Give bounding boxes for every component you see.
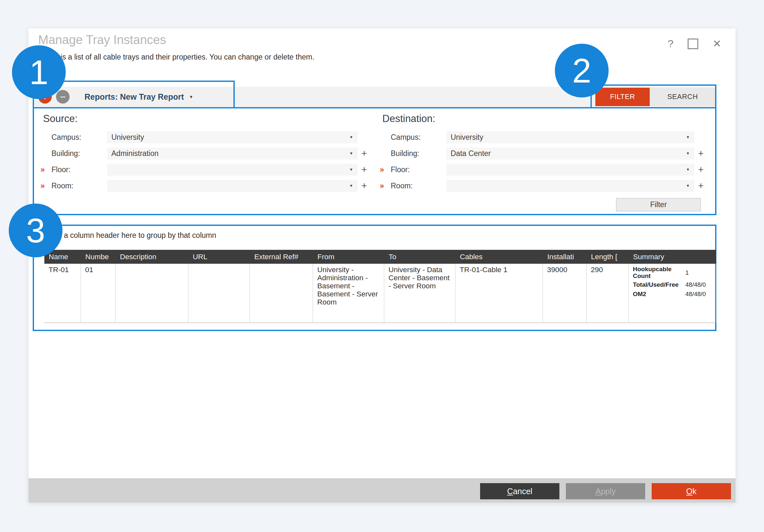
cell-summary[interactable]: Hookupcable Count 1 Total/Used/Free 48/4…	[629, 264, 716, 323]
source-section: Source: Campus: University ▼ Building: A…	[40, 110, 371, 194]
dialog-subtitle: Below is a list of all cable trays and t…	[38, 53, 314, 62]
summary-label: Total/Used/Free	[633, 281, 685, 288]
cell-description[interactable]	[115, 264, 188, 323]
source-room-select[interactable]: ▼	[107, 180, 358, 192]
chevron-down-icon[interactable]: ▼	[189, 94, 193, 99]
cell-number[interactable]: 01	[81, 264, 115, 323]
add-floor-icon[interactable]: +	[358, 164, 371, 175]
report-tab[interactable]: + − Reports: New Tray Report ▼	[34, 87, 232, 107]
source-campus-label: Campus:	[52, 133, 107, 142]
column-header-to[interactable]: To	[384, 250, 456, 264]
add-building-icon[interactable]: +	[358, 148, 371, 159]
source-building-select[interactable]: Administration ▼	[107, 148, 358, 160]
summary-value: 48/48/0	[685, 290, 713, 298]
column-header-installation[interactable]: Installati	[543, 250, 587, 264]
filter-search-tabs: FILTER SEARCH	[595, 88, 715, 106]
maximize-icon[interactable]	[687, 39, 698, 49]
destination-campus-select[interactable]: University ▼	[447, 131, 694, 143]
destination-campus-value: University	[451, 133, 483, 142]
group-by-hint[interactable]: Drag a column header here to group by th…	[46, 231, 216, 240]
source-campus-value: University	[111, 133, 144, 142]
chevron-down-icon: ▼	[349, 183, 353, 188]
column-header-number[interactable]: Numbe	[81, 250, 115, 264]
cell-to[interactable]: University - Data Center - Basement - Se…	[384, 264, 456, 323]
destination-floor-label: Floor:	[391, 165, 447, 174]
manage-tray-instances-dialog: Manage Tray Instances ? ✕ Below is a lis…	[29, 29, 735, 502]
required-chevron-icon: »	[40, 181, 52, 190]
chevron-down-icon: ▼	[686, 151, 690, 156]
cell-from[interactable]: University - Administration - Basement -…	[313, 264, 384, 323]
callout-badge-3: 3	[9, 204, 63, 257]
cell-name[interactable]: TR-01	[44, 264, 81, 323]
column-header-from[interactable]: From	[313, 250, 384, 264]
remove-report-icon[interactable]: −	[56, 90, 70, 103]
destination-building-select[interactable]: Data Center ▼	[447, 148, 694, 160]
chevron-down-icon: ▼	[349, 151, 353, 156]
cancel-label-rest: ancel	[513, 487, 532, 496]
source-campus-select[interactable]: University ▼	[107, 131, 358, 143]
cell-external-ref[interactable]	[250, 264, 313, 323]
column-header-length[interactable]: Length [	[587, 250, 629, 264]
close-icon[interactable]: ✕	[712, 38, 721, 50]
cell-length[interactable]: 290	[587, 264, 629, 323]
destination-section: Destination: Campus: University ▼ Buildi…	[379, 110, 707, 194]
add-building-icon[interactable]: +	[694, 148, 707, 159]
required-chevron-icon: »	[379, 165, 391, 174]
report-tab-bar: + − Reports: New Tray Report ▼ FILTER SE…	[34, 87, 715, 107]
ok-button[interactable]: Ok	[652, 483, 731, 499]
help-icon[interactable]: ?	[668, 38, 673, 50]
required-chevron-icon: »	[379, 181, 391, 190]
grid-header-row: Name Numbe Description URL External Ref#…	[44, 250, 716, 264]
add-floor-icon[interactable]: +	[694, 164, 707, 175]
column-header-cables[interactable]: Cables	[456, 250, 543, 264]
cancel-button[interactable]: Cancel	[480, 483, 559, 499]
callout-badge-2: 2	[555, 44, 609, 97]
destination-building-row: Building: Data Center ▼ +	[379, 145, 707, 161]
summary-value: 1	[685, 268, 713, 277]
chevron-down-icon: ▼	[686, 167, 690, 172]
window-controls: ? ✕	[668, 38, 721, 50]
summary-label: OM2	[633, 290, 685, 297]
ok-label: O	[686, 487, 692, 496]
summary-list: Hookupcable Count 1 Total/Used/Free 48/4…	[633, 266, 713, 298]
required-chevron-icon: »	[40, 165, 52, 174]
ok-label-rest: k	[692, 487, 697, 496]
dialog-footer: Cancel Apply Ok	[29, 478, 735, 502]
destination-room-select[interactable]: ▼	[447, 180, 694, 192]
column-header-url[interactable]: URL	[188, 250, 250, 264]
apply-label: A	[595, 487, 601, 496]
table-row[interactable]: TR-01 01 University - Administration - B…	[44, 264, 716, 323]
cell-installation[interactable]: 39000	[543, 264, 587, 323]
chevron-down-icon: ▼	[686, 183, 690, 188]
destination-campus-label: Campus:	[391, 133, 447, 142]
report-tab-label: Reports: New Tray Report	[85, 92, 184, 101]
tab-search[interactable]: SEARCH	[650, 88, 715, 106]
source-floor-select[interactable]: ▼	[107, 164, 358, 176]
source-building-label: Building:	[52, 149, 107, 158]
column-header-description[interactable]: Description	[115, 250, 188, 264]
filter-button[interactable]: Filter	[616, 198, 701, 211]
apply-button[interactable]: Apply	[566, 483, 645, 499]
source-heading: Source:	[43, 113, 371, 124]
cancel-label: C	[507, 487, 513, 496]
destination-heading: Destination:	[382, 113, 707, 124]
source-floor-row: » Floor: ▼ +	[40, 161, 371, 178]
cell-url[interactable]	[188, 264, 250, 323]
add-room-icon[interactable]: +	[694, 180, 707, 191]
apply-label-rest: pply	[601, 487, 616, 496]
chevron-down-icon: ▼	[686, 135, 690, 139]
add-room-icon[interactable]: +	[358, 180, 371, 191]
chevron-down-icon: ▼	[349, 167, 353, 172]
cell-cables[interactable]: TR-01-Cable 1	[456, 264, 543, 323]
column-header-summary[interactable]: Summary	[629, 250, 716, 264]
destination-campus-row: Campus: University ▼	[379, 129, 707, 145]
summary-value: 48/48/0	[685, 280, 713, 289]
tray-grid-panel: Drag a column header here to group by th…	[33, 225, 716, 331]
tab-filter[interactable]: FILTER	[595, 88, 650, 106]
destination-floor-select[interactable]: ▼	[447, 164, 694, 176]
source-campus-row: Campus: University ▼	[40, 129, 371, 145]
callout-badge-1: 1	[12, 45, 66, 99]
destination-room-row: » Room: ▼ +	[379, 178, 707, 194]
destination-floor-row: » Floor: ▼ +	[379, 161, 707, 178]
column-header-external-ref[interactable]: External Ref#	[250, 250, 313, 264]
